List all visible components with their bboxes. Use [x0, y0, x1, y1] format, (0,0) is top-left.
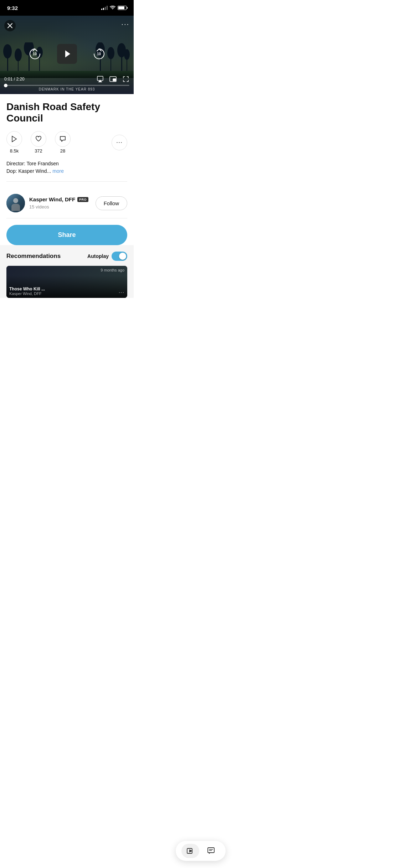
- play-count: 8.5k: [10, 148, 19, 154]
- rec-card-age: 9 months ago: [101, 268, 124, 272]
- video-subtitle: DENMARK IN THE YEAR 893: [4, 87, 129, 91]
- stats-row: 8.5k 372 28 ···: [6, 131, 127, 154]
- autoplay-row: Autoplay: [87, 252, 127, 261]
- play-button[interactable]: [57, 44, 77, 64]
- svg-marker-17: [65, 50, 70, 57]
- like-stat[interactable]: 372: [31, 131, 46, 154]
- airplay-icon[interactable]: [97, 76, 104, 83]
- comment-icon: [60, 136, 66, 142]
- play-stat[interactable]: 8.5k: [6, 131, 22, 154]
- recommendations-title: Recommendations: [6, 253, 61, 260]
- video-content: Danish Road Safety Council 8.5k 372: [0, 94, 134, 245]
- rec-card-info: Those Who Kill ... Kasper Wind, DFF ···: [6, 284, 127, 298]
- battery-icon: [118, 6, 127, 10]
- author-video-count: 15 videos: [29, 204, 49, 210]
- svg-marker-22: [12, 136, 16, 142]
- heart-icon: [35, 136, 42, 142]
- status-icons: [101, 6, 127, 10]
- description-more-link[interactable]: more: [52, 168, 64, 174]
- forward-button[interactable]: 10: [91, 46, 107, 62]
- video-bottom-controls: 0:01 / 2:20: [0, 76, 134, 94]
- play-icon-wrap[interactable]: [6, 131, 22, 147]
- pro-badge: PRO: [77, 197, 88, 202]
- video-description: Director: Tore Frandsen Dop: Kasper Wind…: [6, 160, 127, 182]
- rewind-button[interactable]: 10: [27, 46, 43, 62]
- video-action-icons: [97, 76, 129, 83]
- video-controls: 10 10: [27, 44, 107, 64]
- signal-icon: [101, 6, 108, 10]
- more-options-button[interactable]: ···: [112, 135, 127, 150]
- fullscreen-icon[interactable]: [122, 76, 129, 83]
- video-player[interactable]: ··· 10 10 0:01 / 2:20: [0, 16, 134, 94]
- rec-card-text: Those Who Kill ... Kasper Wind, DFF: [9, 286, 45, 296]
- author-avatar: [6, 194, 25, 212]
- author-info: Kasper Wind, DFF PRO 15 videos: [29, 196, 96, 210]
- author-row: Kasper Wind, DFF PRO 15 videos Follow: [6, 188, 127, 218]
- recommendations-header: Recommendations Autoplay: [6, 252, 127, 261]
- recommendation-card[interactable]: 9 months ago Those Who Kill ... Kasper W…: [6, 266, 127, 298]
- comment-icon-wrap[interactable]: [55, 131, 71, 147]
- video-progress-bar[interactable]: [4, 85, 129, 86]
- video-close-button[interactable]: [4, 20, 16, 31]
- svg-rect-21: [113, 79, 116, 81]
- pip-icon[interactable]: [109, 76, 117, 83]
- recommendations-section: Recommendations Autoplay 9 months ago Th…: [0, 245, 134, 298]
- autoplay-label: Autoplay: [87, 253, 109, 259]
- video-more-button[interactable]: ···: [121, 20, 129, 28]
- svg-text:10: 10: [97, 52, 101, 56]
- author-name: Kasper Wind, DFF: [29, 196, 75, 202]
- comment-stat[interactable]: 28: [55, 131, 71, 154]
- share-button[interactable]: Share: [6, 225, 127, 245]
- comment-count: 28: [60, 148, 65, 154]
- status-time: 9:32: [7, 5, 18, 11]
- video-title: Danish Road Safety Council: [6, 101, 127, 124]
- rec-card-author: Kasper Wind, DFF: [9, 291, 45, 296]
- play-icon: [11, 136, 17, 142]
- autoplay-toggle[interactable]: [112, 252, 127, 261]
- status-bar: 9:32: [0, 0, 134, 16]
- wifi-icon: [110, 6, 115, 10]
- rec-card-title: Those Who Kill ...: [9, 286, 45, 291]
- follow-button[interactable]: Follow: [96, 196, 127, 210]
- video-time: 0:01 / 2:20: [4, 77, 25, 82]
- svg-text:10: 10: [33, 52, 37, 56]
- rec-card-more[interactable]: ···: [119, 289, 124, 296]
- author-name-row: Kasper Wind, DFF PRO: [29, 196, 96, 202]
- like-icon-wrap[interactable]: [31, 131, 46, 147]
- like-count: 372: [35, 148, 42, 154]
